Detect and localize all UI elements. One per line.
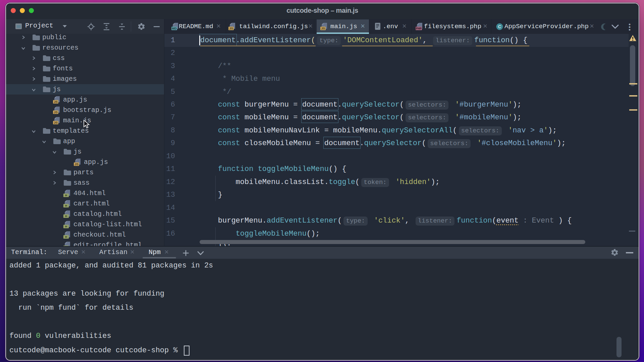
- svg-text:MD: MD: [172, 27, 177, 30]
- svg-text:H: H: [65, 204, 67, 207]
- svg-text:H: H: [65, 235, 67, 239]
- svg-text:JS: JS: [54, 100, 58, 104]
- svg-text:JS: JS: [74, 162, 78, 166]
- svg-text:JS: JS: [54, 110, 58, 114]
- svg-text:H: H: [65, 193, 67, 197]
- svg-text:JS: JS: [321, 26, 325, 30]
- svg-text:JS: JS: [229, 26, 233, 30]
- svg-text:PHP: PHP: [416, 27, 422, 30]
- svg-text:H: H: [65, 214, 67, 218]
- svg-text:C: C: [498, 24, 501, 29]
- svg-text:JS: JS: [54, 121, 58, 124]
- svg-text:H: H: [65, 225, 67, 228]
